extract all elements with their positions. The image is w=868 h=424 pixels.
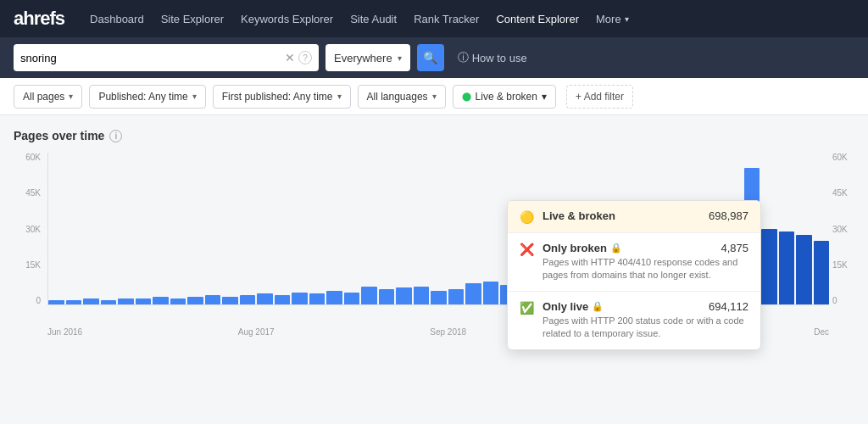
published-filter[interactable]: Published: Any time ▾ — [89, 85, 205, 109]
search-bar: ✕ ? Everywhere ▾ 🔍 ⓘ How to use — [0, 37, 868, 78]
bar-8 — [170, 298, 186, 304]
lock-icon-broken: 🔒 — [610, 243, 622, 254]
bar-22 — [414, 287, 430, 304]
bar-17 — [326, 291, 342, 304]
only-live-icon: ✅ — [520, 301, 534, 315]
chart-title: Pages over time i — [14, 129, 854, 142]
bar-7 — [153, 297, 169, 304]
search-icon: 🔍 — [423, 51, 437, 64]
bar-16 — [309, 293, 326, 304]
nav-dashboard[interactable]: Dashboard — [81, 0, 153, 37]
only-broken-icon: ❌ — [520, 243, 534, 256]
bar-43 — [779, 232, 795, 304]
search-button[interactable]: 🔍 — [417, 44, 444, 71]
clear-icon[interactable]: ✕ — [285, 51, 295, 64]
nav-more[interactable]: More ▾ — [587, 0, 637, 37]
bar-10 — [205, 295, 221, 304]
all-languages-arrow-icon: ▾ — [432, 92, 437, 101]
dropdown-item-only-live[interactable]: ✅ Only live 🔒 694,112 Pages with HTTP 20… — [508, 292, 760, 349]
bar-18 — [344, 293, 360, 304]
chart-info-icon[interactable]: i — [109, 130, 122, 142]
live-broken-arrow-icon: ▾ — [542, 91, 547, 103]
bar-4 — [101, 300, 117, 304]
bar-25 — [465, 283, 481, 304]
filter-bar: All pages ▾ Published: Any time ▾ First … — [0, 78, 868, 115]
dropdown-item-only-broken[interactable]: ❌ Only broken 🔒 4,875 Pages with HTTP 40… — [508, 233, 760, 291]
search-help-icon[interactable]: ? — [298, 51, 312, 64]
live-broken-dropdown: 🟡 Live & broken 698,987 ❌ Only broken 🔒 … — [507, 200, 761, 350]
live-broken-icon: ⬤ — [462, 92, 471, 101]
everywhere-dropdown[interactable]: Everywhere ▾ — [326, 44, 410, 71]
bar-20 — [379, 289, 395, 304]
bar-12 — [240, 295, 256, 304]
nav-site-explorer[interactable]: Site Explorer — [153, 0, 232, 37]
bar-1 — [48, 300, 64, 304]
bar-5 — [118, 298, 134, 304]
live-broken-filter[interactable]: ⬤ Live & broken ▾ — [453, 85, 556, 109]
bar-24 — [448, 289, 465, 304]
everywhere-arrow-icon: ▾ — [398, 53, 402, 63]
lock-icon-live: 🔒 — [592, 301, 604, 312]
all-languages-filter[interactable]: All languages ▾ — [358, 85, 446, 109]
bar-9 — [187, 297, 203, 304]
nav-rank-tracker[interactable]: Rank Tracker — [405, 0, 487, 37]
how-to-use-link[interactable]: ⓘ How to use — [458, 50, 527, 65]
bar-42 — [761, 229, 777, 305]
bar-26 — [483, 282, 499, 304]
search-input[interactable] — [20, 52, 285, 64]
search-input-wrap: ✕ ? — [14, 44, 319, 71]
bar-19 — [361, 287, 377, 304]
live-broken-dropdown-icon: 🟡 — [520, 210, 534, 224]
all-pages-filter[interactable]: All pages ▾ — [14, 85, 82, 109]
bar-45 — [814, 241, 830, 304]
navbar: ahrefs Dashboard Site Explorer Keywords … — [0, 0, 868, 37]
logo-text: ahrefs — [14, 8, 64, 29]
bar-44 — [796, 235, 812, 304]
logo: ahrefs — [14, 8, 64, 30]
bar-15 — [292, 293, 308, 304]
nav-content-explorer[interactable]: Content Explorer — [487, 0, 587, 37]
more-arrow-icon: ▾ — [625, 14, 629, 24]
bar-23 — [431, 291, 447, 304]
dropdown-item-live-broken[interactable]: 🟡 Live & broken 698,987 — [508, 201, 760, 232]
y-axis: 60K 45K 30K 15K 0 — [14, 153, 44, 305]
nav-keywords-explorer[interactable]: Keywords Explorer — [232, 0, 342, 37]
bar-6 — [136, 298, 152, 304]
nav-site-audit[interactable]: Site Audit — [342, 0, 405, 37]
published-arrow-icon: ▾ — [192, 92, 197, 101]
bar-11 — [222, 297, 238, 304]
first-published-arrow-icon: ▾ — [337, 92, 342, 101]
main-content: Pages over time i 🟡 Live & broken 698,98… — [0, 115, 868, 370]
everywhere-label: Everywhere — [334, 52, 392, 64]
first-published-filter[interactable]: First published: Any time ▾ — [213, 85, 351, 109]
bar-3 — [83, 298, 99, 304]
help-circle-icon: ⓘ — [458, 50, 469, 65]
add-filter-button[interactable]: + Add filter — [566, 85, 633, 109]
all-pages-arrow-icon: ▾ — [69, 92, 73, 101]
bar-13 — [257, 293, 273, 304]
y-axis-right: 60K 45K 30K 15K 0 — [829, 153, 854, 305]
bar-21 — [396, 287, 412, 304]
bar-14 — [275, 295, 291, 304]
bar-2 — [66, 300, 82, 304]
